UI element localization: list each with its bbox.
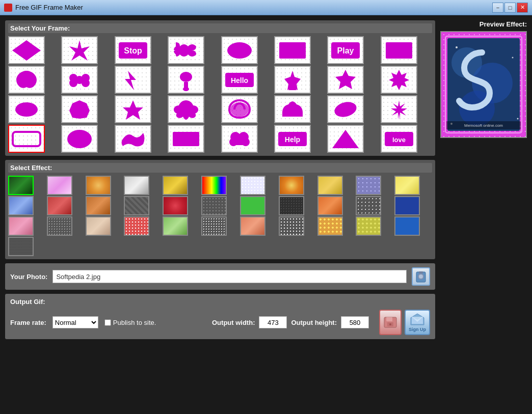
effect-cell[interactable] [124, 176, 149, 195]
frame-cell[interactable] [115, 66, 151, 94]
output-section: Output Gif: Frame rate: Normal Slow Fast… [5, 294, 435, 339]
effect-cell[interactable] [356, 216, 381, 236]
effect-cell[interactable] [47, 216, 72, 236]
effects-grid [8, 176, 432, 256]
effect-cell[interactable] [317, 196, 343, 215]
effect-cell[interactable] [86, 196, 111, 215]
svg-point-65 [517, 118, 519, 120]
save-button[interactable] [379, 310, 402, 335]
effect-cell[interactable] [86, 176, 111, 195]
effect-cell[interactable] [394, 176, 420, 195]
frame-cell-hello[interactable]: Hello [221, 66, 258, 94]
frame-cell[interactable] [168, 36, 204, 64]
effect-cell[interactable] [279, 196, 304, 215]
effect-cell[interactable] [279, 216, 304, 236]
effect-cell[interactable] [240, 176, 265, 195]
frame-cell[interactable] [168, 95, 204, 123]
effect-cell[interactable] [163, 216, 188, 236]
frame-cell[interactable] [115, 125, 151, 153]
effect-cell[interactable] [8, 196, 34, 215]
frame-cell[interactable] [115, 95, 151, 123]
effect-cell[interactable] [8, 237, 34, 256]
frame-cell-selected[interactable] [8, 125, 45, 153]
svg-point-47 [389, 323, 391, 325]
frame-cell-love[interactable]: love [381, 125, 417, 153]
frame-cell[interactable] [327, 95, 364, 123]
minimize-button[interactable]: − [492, 3, 503, 13]
effect-cell[interactable] [201, 216, 227, 236]
frames-grid: Stop Play [8, 36, 432, 153]
photo-input[interactable] [52, 270, 407, 283]
frame-cell-play[interactable]: Play [327, 36, 364, 64]
frame-cell[interactable] [381, 66, 417, 94]
frame-cell[interactable] [274, 66, 311, 94]
right-panel: Preview Effect: [440, 20, 527, 409]
frame-cell[interactable] [221, 95, 258, 123]
frame-cell[interactable] [381, 36, 417, 64]
effect-cell[interactable] [279, 176, 304, 195]
main-content: Select Your Frame: Stop [0, 15, 532, 414]
frame-cell[interactable] [8, 66, 45, 94]
svg-point-62 [456, 46, 458, 48]
restore-button[interactable]: □ [504, 3, 516, 13]
effect-cell[interactable] [163, 176, 188, 195]
svg-point-28 [67, 130, 92, 148]
svg-point-63 [512, 57, 514, 59]
svg-marker-20 [335, 70, 356, 89]
effect-cell[interactable] [163, 196, 188, 215]
effect-cell[interactable] [356, 176, 381, 195]
frame-cell[interactable] [327, 125, 364, 153]
svg-point-26 [333, 99, 358, 119]
preview-image: Memosoft online.com [440, 31, 527, 138]
photo-label: Your Photo: [10, 273, 47, 281]
frame-cell-help[interactable]: Help [274, 125, 311, 153]
effect-cell[interactable] [394, 196, 420, 215]
signup-button[interactable]: Sign Up [405, 310, 430, 335]
preview-header: Preview Effect: [440, 20, 527, 28]
effect-cell[interactable] [317, 176, 343, 195]
effect-cell[interactable] [394, 216, 420, 236]
svg-rect-5 [279, 42, 306, 59]
output-height-input[interactable] [341, 316, 369, 328]
effect-cell[interactable] [124, 196, 149, 215]
svg-text:love: love [392, 136, 406, 144]
frame-rate-select[interactable]: Normal Slow Fast [52, 316, 98, 328]
effect-cell[interactable] [47, 196, 72, 215]
svg-text:Stop: Stop [124, 46, 142, 55]
frames-header: Select Your Frame: [8, 23, 432, 33]
effect-cell[interactable] [356, 196, 381, 215]
svg-rect-8 [386, 42, 412, 59]
effect-cell[interactable] [201, 176, 227, 195]
frame-cell[interactable] [274, 95, 311, 123]
frame-cell[interactable] [168, 66, 204, 94]
frame-cell[interactable] [327, 66, 364, 94]
effect-cell[interactable] [124, 216, 149, 236]
effect-cell[interactable] [86, 216, 111, 236]
frame-cell-stop[interactable]: Stop [115, 36, 151, 64]
effect-cell[interactable] [240, 216, 265, 236]
frame-cell[interactable] [61, 95, 98, 123]
effect-cell[interactable] [47, 176, 72, 195]
svg-marker-14 [125, 71, 136, 90]
frame-cell[interactable] [61, 125, 98, 153]
frame-cell[interactable] [221, 125, 258, 153]
frame-cell[interactable] [168, 125, 204, 153]
effect-cell[interactable] [317, 216, 343, 236]
frame-cell[interactable] [8, 36, 45, 64]
frame-cell[interactable] [61, 36, 98, 64]
frame-cell[interactable] [274, 36, 311, 64]
frame-cell[interactable] [381, 95, 417, 123]
svg-point-25 [230, 102, 249, 117]
effect-cell[interactable] [8, 216, 34, 236]
frame-cell[interactable] [221, 36, 258, 64]
frame-cell[interactable] [8, 95, 45, 123]
frame-rate-label: Frame rate: [10, 319, 46, 326]
effect-cell[interactable] [240, 196, 265, 215]
frame-cell[interactable] [61, 66, 98, 94]
publish-checkbox[interactable] [104, 319, 111, 326]
close-button[interactable]: ✕ [517, 3, 528, 13]
browse-button[interactable] [412, 267, 430, 286]
effect-cell[interactable] [201, 196, 227, 215]
effect-cell[interactable] [8, 176, 34, 195]
output-width-input[interactable] [259, 316, 287, 328]
